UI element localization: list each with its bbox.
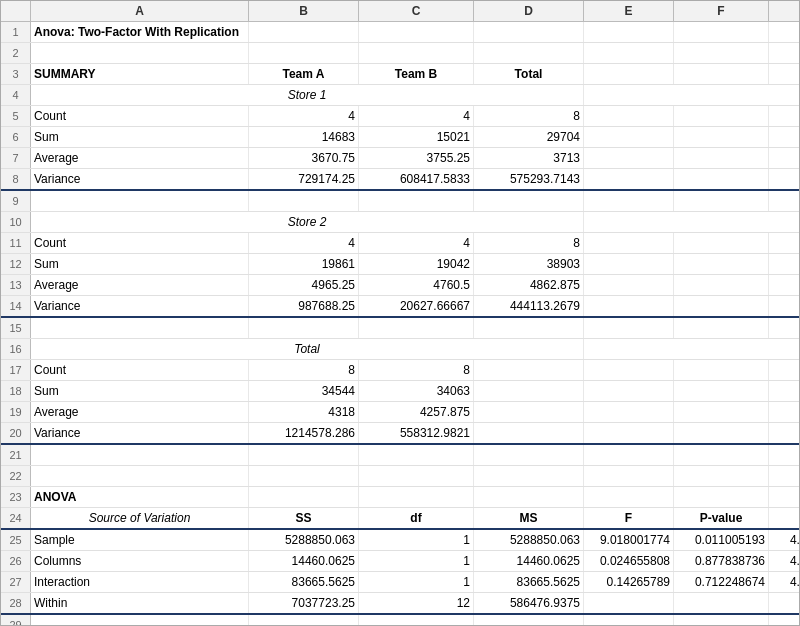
cell-e[interactable] (584, 360, 674, 380)
cell-g[interactable] (769, 466, 800, 486)
table-row[interactable]: 13Average4965.254760.54862.875 (1, 275, 799, 296)
cell-b[interactable]: 1214578.286 (249, 423, 359, 443)
table-row[interactable]: 29 (1, 615, 799, 626)
cell-c[interactable]: df (359, 508, 474, 528)
cell-b[interactable]: 8 (249, 360, 359, 380)
cell-g[interactable] (769, 169, 800, 189)
table-row[interactable]: 5Count448 (1, 106, 799, 127)
table-row[interactable]: 23ANOVA (1, 487, 799, 508)
table-row[interactable]: 24Source of VariationSSdfMSFP-valueF cri… (1, 508, 799, 530)
cell-e[interactable] (584, 127, 674, 147)
cell-b[interactable] (249, 615, 359, 626)
cell-d[interactable] (474, 381, 584, 401)
cell-a[interactable] (31, 191, 249, 211)
cell-b[interactable]: 83665.5625 (249, 572, 359, 592)
cell-b[interactable] (249, 487, 359, 507)
cell-c[interactable]: 8 (359, 360, 474, 380)
cell-f[interactable] (674, 593, 769, 613)
cell-a[interactable]: Within (31, 593, 249, 613)
cell-f[interactable]: P-value (674, 508, 769, 528)
cell-f[interactable] (674, 402, 769, 422)
cell-c[interactable] (359, 615, 474, 626)
cell-c[interactable] (359, 318, 474, 338)
cell-f[interactable]: 0.712248674 (674, 572, 769, 592)
cell-g[interactable] (769, 360, 800, 380)
cell-e[interactable] (584, 445, 674, 465)
cell-e[interactable] (584, 402, 674, 422)
cell-g[interactable] (769, 191, 800, 211)
cell-e[interactable] (584, 191, 674, 211)
cell-a[interactable]: ANOVA (31, 487, 249, 507)
cell-e[interactable] (584, 296, 674, 316)
cell-f[interactable] (674, 191, 769, 211)
cell-d[interactable]: 4862.875 (474, 275, 584, 295)
table-row[interactable]: 19Average43184257.875 (1, 402, 799, 423)
table-row[interactable]: 20Variance1214578.286558312.9821 (1, 423, 799, 445)
cell-b[interactable]: 7037723.25 (249, 593, 359, 613)
cell-a[interactable] (31, 43, 249, 63)
cell-a[interactable] (31, 466, 249, 486)
cell-g[interactable] (769, 487, 800, 507)
table-row[interactable]: 28Within7037723.2512586476.9375 (1, 593, 799, 615)
cell-g[interactable] (769, 445, 800, 465)
cell-d[interactable]: 8 (474, 233, 584, 253)
cell-d[interactable] (474, 445, 584, 465)
cell-f[interactable] (674, 615, 769, 626)
cell-f[interactable] (674, 487, 769, 507)
cell-f[interactable] (674, 169, 769, 189)
cell-c[interactable]: 4760.5 (359, 275, 474, 295)
cell-g[interactable]: 4.747225347 (769, 572, 800, 592)
cell-e[interactable] (584, 169, 674, 189)
cell-e[interactable] (584, 233, 674, 253)
cell-e[interactable] (584, 381, 674, 401)
cell-g[interactable]: 4.747225347 (769, 551, 800, 571)
cell-a[interactable]: Average (31, 148, 249, 168)
table-row[interactable]: 6Sum146831502129704 (1, 127, 799, 148)
cell-e[interactable] (584, 275, 674, 295)
cell-g[interactable] (769, 402, 800, 422)
table-row[interactable]: 10Store 2 (1, 212, 799, 233)
cell-a[interactable]: Interaction (31, 572, 249, 592)
cell-e[interactable]: 9.018001774 (584, 530, 674, 550)
cell-b[interactable] (249, 318, 359, 338)
cell-c[interactable]: 19042 (359, 254, 474, 274)
cell-d[interactable] (474, 360, 584, 380)
cell-g[interactable] (769, 233, 800, 253)
table-row[interactable]: 11Count448 (1, 233, 799, 254)
table-row[interactable]: 8Variance729174.25608417.5833575293.7143 (1, 169, 799, 191)
cell-e[interactable] (584, 318, 674, 338)
cell-a[interactable]: Total (31, 339, 584, 359)
cell-a[interactable]: Average (31, 275, 249, 295)
cell-d[interactable] (474, 615, 584, 626)
cell-c[interactable] (359, 22, 474, 42)
cell-g[interactable] (769, 593, 800, 613)
cell-g[interactable]: 4.747225347 (769, 530, 800, 550)
cell-e[interactable] (584, 593, 674, 613)
table-row[interactable]: 1Anova: Two-Factor With Replication (1, 22, 799, 43)
cell-f[interactable] (674, 22, 769, 42)
cell-c[interactable]: 1 (359, 530, 474, 550)
cell-d[interactable] (474, 22, 584, 42)
cell-c[interactable]: 608417.5833 (359, 169, 474, 189)
cell-g[interactable] (769, 275, 800, 295)
cell-c[interactable] (359, 466, 474, 486)
cell-c[interactable]: 4257.875 (359, 402, 474, 422)
cell-a[interactable]: Sum (31, 127, 249, 147)
cell-f[interactable] (674, 318, 769, 338)
table-row[interactable]: 12Sum198611904238903 (1, 254, 799, 275)
cell-g[interactable] (769, 64, 800, 84)
cell-b[interactable]: 19861 (249, 254, 359, 274)
cell-a[interactable]: Average (31, 402, 249, 422)
cell-b[interactable]: 3670.75 (249, 148, 359, 168)
cell-b[interactable]: 14460.0625 (249, 551, 359, 571)
cell-c[interactable]: 20627.66667 (359, 296, 474, 316)
cell-f[interactable] (674, 296, 769, 316)
cell-e[interactable]: F (584, 508, 674, 528)
cell-a[interactable]: Variance (31, 169, 249, 189)
cell-b[interactable]: 4 (249, 106, 359, 126)
cell-g[interactable] (769, 22, 800, 42)
cell-c[interactable]: 12 (359, 593, 474, 613)
cell-f[interactable] (674, 148, 769, 168)
cell-b[interactable]: Team A (249, 64, 359, 84)
table-row[interactable]: 18Sum3454434063 (1, 381, 799, 402)
